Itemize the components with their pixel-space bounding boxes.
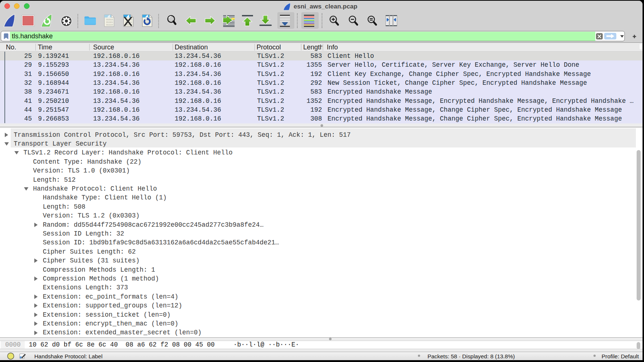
svg-text:01110: 01110	[106, 24, 113, 26]
svg-text:01101: 01101	[106, 21, 113, 24]
svg-text:01010: 01010	[106, 18, 113, 21]
